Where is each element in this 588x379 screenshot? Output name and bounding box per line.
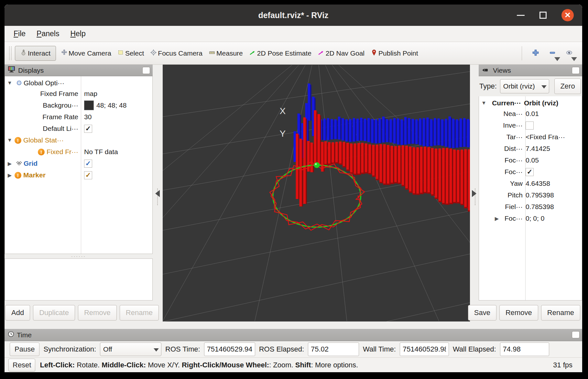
remove-button[interactable]: Remove xyxy=(78,305,117,321)
tree-row-focal-point[interactable]: Foc··· 0; 0; 0 xyxy=(479,213,582,224)
monitor-icon xyxy=(8,66,16,75)
tree-row-distance[interactable]: Dist··· 7.41425 xyxy=(479,143,582,154)
checkbox-checked[interactable]: ✓ xyxy=(84,160,92,168)
tool-interact[interactable]: Interact xyxy=(15,46,56,61)
expander-icon[interactable] xyxy=(5,137,15,143)
view-type-select[interactable]: Orbit (rviz) xyxy=(500,79,549,93)
camera-icon xyxy=(482,67,490,74)
checkbox-checked[interactable]: ✓ xyxy=(84,125,92,133)
tree-row-current-view[interactable]: Curren··· Orbit (rviz) xyxy=(479,96,582,108)
title-bar[interactable]: default.rviz* - RViz ✕ xyxy=(5,5,582,26)
menu-help[interactable]: Help xyxy=(70,29,85,38)
checkbox-checked[interactable]: ✓ xyxy=(84,171,92,179)
duplicate-button[interactable]: Duplicate xyxy=(33,305,75,321)
panel-title: Views xyxy=(493,67,511,74)
tree-row-near-clip[interactable]: Nea··· 0.01 xyxy=(479,108,582,120)
menu-panels[interactable]: Panels xyxy=(37,29,59,38)
remove-tool-button[interactable] xyxy=(544,45,561,62)
panel-float-button[interactable] xyxy=(572,331,580,338)
warning-icon xyxy=(15,172,21,179)
ros-time-input[interactable] xyxy=(204,342,255,356)
tool-publish-point[interactable]: Publish Point xyxy=(368,47,421,60)
tree-row-default-light[interactable]: Default Li··· ✓ xyxy=(5,123,152,134)
tool-2d-nav-goal[interactable]: 2D Nav Goal xyxy=(315,47,368,60)
maximize-icon[interactable] xyxy=(539,12,547,19)
map-pin-icon xyxy=(371,49,377,57)
3d-viewport[interactable]: XY xyxy=(163,65,470,321)
add-button[interactable]: Add xyxy=(5,305,30,321)
tree-row-invert-z[interactable]: Inve··· xyxy=(479,120,582,131)
right-splitter[interactable] xyxy=(470,65,479,329)
remove-view-button[interactable]: Remove xyxy=(499,305,538,321)
tree-row-marker[interactable]: Marker ✓ xyxy=(5,169,152,181)
displays-buttons: Add Duplicate Remove Rename xyxy=(5,300,153,329)
status-bar: Reset Left-Click: Rotate. Middle-Click: … xyxy=(5,357,582,372)
tree-row-background-color[interactable]: Backgrou··· 48; 48; 48 xyxy=(5,100,152,111)
panel-float-button[interactable] xyxy=(572,67,580,74)
tree-row-global-options[interactable]: ⚙ Global Opti··· xyxy=(5,76,152,88)
view-type-row: Type: Orbit (rviz) Zero xyxy=(479,76,582,96)
tool-move-camera[interactable]: Move Camera xyxy=(58,47,114,60)
minus-icon xyxy=(549,49,556,58)
tree-row-fixed-frame-status[interactable]: Fixed Fr··· No TF data xyxy=(5,146,152,158)
tree-row-yaw[interactable]: Yaw 4.64358 xyxy=(479,178,582,189)
toolbar: Interact Move Camera Select Focus Camera… xyxy=(5,42,582,65)
checkbox-checked[interactable]: ✓ xyxy=(526,168,534,176)
rviz-window: default.rviz* - RViz ✕ File Panels Help … xyxy=(5,5,582,372)
focus-crosshair-icon xyxy=(150,49,157,57)
reset-button[interactable]: Reset xyxy=(8,359,35,372)
displays-tree: ⚙ Global Opti··· Fixed Frame map Backgro… xyxy=(5,76,153,254)
toolbar-separator xyxy=(522,46,522,60)
tree-row-pitch[interactable]: Pitch 0.795398 xyxy=(479,189,582,201)
tool-focus-camera[interactable]: Focus Camera xyxy=(147,47,206,60)
ros-elapsed-input[interactable] xyxy=(308,342,359,356)
expander-icon[interactable] xyxy=(492,216,502,222)
toolbar-drag-handle[interactable] xyxy=(9,47,12,60)
tree-row-target-frame[interactable]: Tar··· <Fixed Fra··· xyxy=(479,131,582,143)
tree-row-frame-rate[interactable]: Frame Rate 30 xyxy=(5,111,152,123)
displays-panel-header[interactable]: Displays xyxy=(5,65,153,76)
checkbox-unchecked[interactable] xyxy=(526,121,534,130)
tool-visibility-button[interactable] xyxy=(561,45,578,62)
wall-time-input[interactable] xyxy=(400,342,449,356)
zero-button[interactable]: Zero xyxy=(554,79,581,94)
chevron-down-icon xyxy=(554,57,560,61)
left-splitter[interactable] xyxy=(153,65,163,329)
add-tool-button[interactable] xyxy=(527,45,544,62)
views-panel-header[interactable]: Views xyxy=(479,65,582,76)
minimize-icon[interactable] xyxy=(517,15,525,16)
tree-row-focal-shape-size[interactable]: Foc··· 0.05 xyxy=(479,154,582,166)
expander-icon[interactable] xyxy=(5,80,15,86)
rename-view-button[interactable]: Rename xyxy=(541,305,580,321)
select-box-icon xyxy=(118,49,124,57)
expander-icon[interactable] xyxy=(5,161,15,167)
move-camera-icon xyxy=(61,49,67,57)
views-tree: Curren··· Orbit (rviz) Nea··· 0.01 Inve·… xyxy=(479,96,582,300)
expander-icon[interactable] xyxy=(5,172,15,178)
wall-time-label: Wall Time: xyxy=(363,345,396,353)
tree-row-focal-shape-fixed[interactable]: Foc··· ✓ xyxy=(479,166,582,178)
collapse-left-icon[interactable] xyxy=(155,190,160,197)
tree-row-fixed-frame[interactable]: Fixed Frame map xyxy=(5,88,152,100)
pause-button[interactable]: Pause xyxy=(10,342,39,356)
color-swatch[interactable] xyxy=(84,100,94,110)
menu-file[interactable]: File xyxy=(14,29,26,38)
green-arrow-icon xyxy=(249,49,256,57)
expander-icon[interactable] xyxy=(479,100,489,106)
sync-select[interactable]: Off xyxy=(100,342,161,356)
tree-row-field-of-view[interactable]: Fiel··· 0.785398 xyxy=(479,201,582,213)
tree-row-grid[interactable]: Grid ✓ xyxy=(5,158,152,169)
window-controls: ✕ xyxy=(517,5,574,26)
tree-row-global-status[interactable]: Global Stat··· xyxy=(5,134,152,146)
time-panel-header[interactable]: Time xyxy=(5,329,582,341)
panel-float-button[interactable] xyxy=(142,67,150,74)
panel-splitter-handle[interactable]: ······ xyxy=(5,254,153,258)
tool-2d-pose-estimate[interactable]: 2D Pose Estimate xyxy=(246,47,315,60)
wall-elapsed-input[interactable] xyxy=(500,342,549,356)
description-area xyxy=(5,258,153,300)
tool-measure[interactable]: Measure xyxy=(206,47,246,60)
close-icon[interactable]: ✕ xyxy=(561,9,574,21)
collapse-right-icon[interactable] xyxy=(472,190,476,197)
tool-select[interactable]: Select xyxy=(114,47,147,60)
main-area: Displays ⚙ Global Opti··· Fixed Frame ma… xyxy=(5,65,582,329)
